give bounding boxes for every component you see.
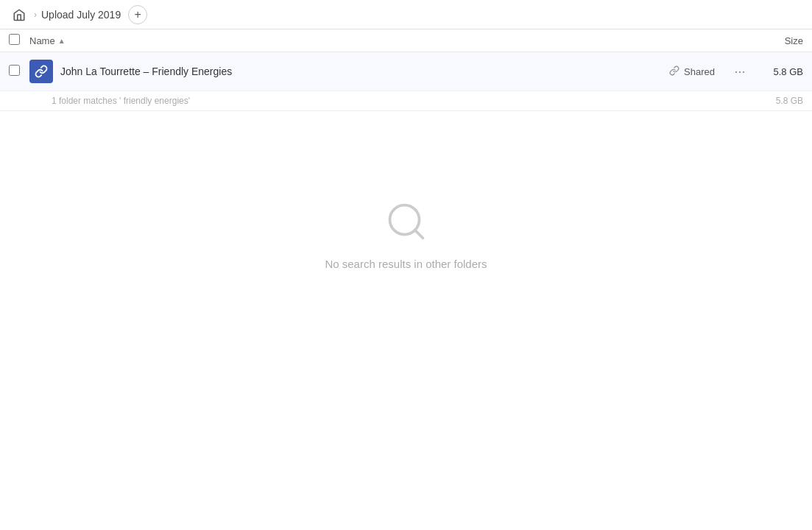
breadcrumb-title: Upload July 2019: [41, 9, 121, 21]
sort-indicator: ▲: [58, 37, 66, 45]
file-row-checkbox[interactable]: [9, 65, 29, 78]
empty-search-icon: [384, 199, 428, 246]
breadcrumb-separator: ›: [34, 10, 37, 20]
file-name: John La Tourrette – Friendly Energies: [60, 66, 669, 77]
more-options-button[interactable]: ···: [730, 64, 750, 80]
shared-link-icon: [669, 66, 679, 78]
size-column-header: Size: [744, 35, 803, 46]
select-all-input[interactable]: [9, 34, 20, 45]
file-row-input[interactable]: [9, 65, 20, 76]
match-text: 1 folder matches ' friendly energies': [52, 96, 759, 106]
file-row[interactable]: John La Tourrette – Friendly Energies Sh…: [0, 52, 812, 91]
select-all-checkbox[interactable]: [9, 34, 29, 47]
column-headers: Name ▲ Size: [0, 29, 812, 52]
add-button[interactable]: +: [128, 5, 147, 24]
file-icon: [29, 60, 53, 83]
match-row: 1 folder matches ' friendly energies' 5.…: [0, 91, 812, 111]
home-button[interactable]: [9, 4, 29, 25]
svg-line-1: [414, 230, 423, 239]
file-shared-area: Shared: [669, 66, 715, 78]
file-size: 5.8 GB: [759, 66, 803, 77]
empty-label: No search results in other folders: [325, 258, 487, 270]
empty-state: No search results in other folders: [0, 111, 812, 314]
match-size: 5.8 GB: [759, 96, 803, 106]
shared-label: Shared: [684, 66, 715, 77]
breadcrumb-bar: › Upload July 2019 +: [0, 0, 812, 29]
name-column-label: Name: [29, 35, 55, 46]
name-column-header[interactable]: Name ▲: [29, 35, 744, 46]
